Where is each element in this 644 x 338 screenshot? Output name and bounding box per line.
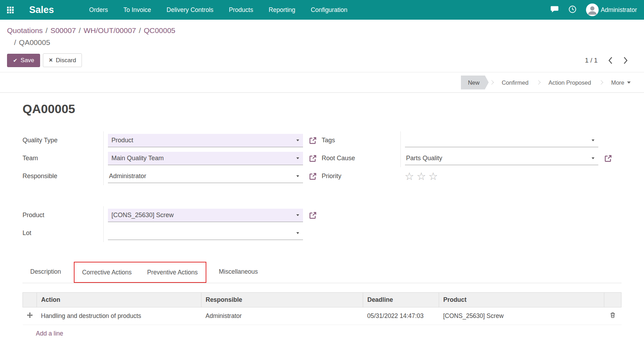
delete-row-button[interactable] [604,307,622,325]
breadcrumb-current: QA00005 [19,38,50,46]
menu-item-delivery-controls[interactable]: Delivery Controls [167,6,213,14]
column-header-deadline[interactable]: Deadline [363,293,439,307]
handle-column-header [23,293,37,307]
notebook-tabs: Description Corrective Actions Preventiv… [22,262,622,283]
team-value: Main Quality Team [111,155,164,162]
breadcrumb-link-qc00005[interactable]: QC00005 [144,26,175,34]
user-menu[interactable]: Administrator [586,4,637,16]
avatar [586,4,599,16]
column-header-responsible[interactable]: Responsible [201,293,363,307]
breadcrumb-separator: / [79,26,81,34]
discard-button[interactable]: × Discard [43,53,82,67]
activities-button[interactable] [568,5,577,15]
product-select[interactable]: [CONS_25630] Screw [108,209,303,222]
dropdown-caret-icon [296,157,299,159]
dropdown-caret-icon [592,157,594,159]
page-title: QA00005 [22,102,622,116]
menu-item-configuration[interactable]: Configuration [311,6,347,14]
chevron-left-icon [608,57,613,64]
breadcrumb-link-quotations[interactable]: Quotations [7,26,43,34]
breadcrumb-link-s00007[interactable]: S00007 [50,26,76,34]
menu-item-products[interactable]: Products [229,6,253,14]
root-cause-value: Parts Quality [406,155,442,162]
star-icon[interactable]: ☆ [429,170,440,182]
more-label: More [611,76,624,90]
form-sheet: QA00005 Quality Type Product Team [0,102,644,338]
product-label: Product [22,206,103,224]
discard-x-icon: × [49,57,53,64]
menu-item-orders[interactable]: Orders [89,6,108,14]
column-header-action[interactable]: Action [37,293,201,307]
stage-more-dropdown[interactable]: More [604,76,638,90]
drag-handle-icon[interactable] [27,312,33,319]
star-icon[interactable]: ☆ [417,170,429,182]
tab-corrective-actions[interactable]: Corrective Actions [75,262,140,282]
quality-type-select[interactable]: Product [108,134,303,147]
responsible-external-link-icon[interactable] [309,172,317,181]
pager: 1 / 1 [585,57,637,64]
cell-responsible[interactable]: Administrator [201,307,363,325]
dropdown-caret-icon [296,139,299,141]
team-select[interactable]: Main Quality Team [108,152,303,165]
stage-new[interactable]: New [461,76,489,90]
dropdown-caret-icon [296,175,299,177]
stage-separator-icon [489,80,494,85]
tab-preventive-actions[interactable]: Preventive Actions [140,262,206,282]
table-header-row: Action Responsible Deadline Product [23,293,622,307]
responsible-select[interactable]: Administrator [108,170,303,183]
apps-menu-icon[interactable] [7,7,14,13]
breadcrumb-separator: / [46,26,48,34]
stage-action-proposed[interactable]: Action Proposed [541,76,598,90]
priority-stars[interactable]: ☆☆☆ [405,171,440,182]
statusbar: New Confirmed Action Proposed More [0,72,644,93]
discard-button-label: Discard [56,57,76,64]
corrective-actions-table: Action Responsible Deadline Product Hand… [22,292,622,325]
tags-select[interactable] [405,134,598,147]
root-cause-external-link-icon[interactable] [604,154,612,163]
breadcrumb-separator: / [14,38,16,46]
team-label: Team [22,149,103,167]
top-menu: Orders To Invoice Delivery Controls Prod… [89,6,348,14]
product-external-link-icon[interactable] [309,211,317,220]
chat-icon [550,5,559,15]
highlight-red-box: Corrective Actions Preventive Actions [74,262,206,283]
root-cause-select[interactable]: Parts Quality [405,152,598,165]
stage-confirmed[interactable]: Confirmed [495,76,535,90]
responsible-value: Administrator [109,173,146,180]
tab-description[interactable]: Description [22,262,69,281]
cell-product[interactable]: [CONS_25630] Screw [439,307,604,325]
save-button[interactable]: ✔ Save [7,54,40,67]
cell-action[interactable]: Handling and destruction of products [37,307,201,325]
save-check-icon: ✔ [13,57,18,64]
trash-icon [610,313,616,320]
user-name: Administrator [601,6,637,14]
cell-deadline[interactable]: 05/31/2022 14:47:03 [363,307,439,325]
menu-item-to-invoice[interactable]: To Invoice [123,6,151,14]
navbar-systray: Administrator [550,4,637,16]
star-icon[interactable]: ☆ [405,170,417,182]
pager-next-button[interactable] [623,57,628,64]
breadcrumb-link-wh-out-00007[interactable]: WH/OUT/00007 [84,26,136,34]
messages-button[interactable] [550,5,559,15]
lot-select[interactable] [108,227,303,240]
root-cause-label: Root Cause [322,149,400,167]
pager-previous-button[interactable] [608,57,613,64]
column-header-product[interactable]: Product [439,293,604,307]
quality-type-label: Quality Type [22,131,103,149]
add-a-line-link[interactable]: Add a line [22,325,67,338]
stage-separator-icon [599,80,604,85]
dropdown-caret-icon [296,214,299,216]
priority-label: Priority [322,167,400,185]
tags-label: Tags [322,131,400,149]
app-name[interactable]: Sales [29,5,54,15]
form-buttons: ✔ Save × Discard 1 / 1 [7,53,637,67]
menu-item-reporting[interactable]: Reporting [269,6,295,14]
table-row[interactable]: Handling and destruction of products Adm… [23,307,622,325]
dropdown-caret-icon [592,139,594,141]
row-handle-cell[interactable] [23,307,37,325]
quality-type-external-link-icon[interactable] [309,136,317,145]
top-navbar: Sales Orders To Invoice Delivery Control… [0,0,644,20]
product-value: [CONS_25630] Screw [111,212,174,219]
tab-miscellaneous[interactable]: Miscellaneous [211,262,266,281]
team-external-link-icon[interactable] [309,154,317,163]
